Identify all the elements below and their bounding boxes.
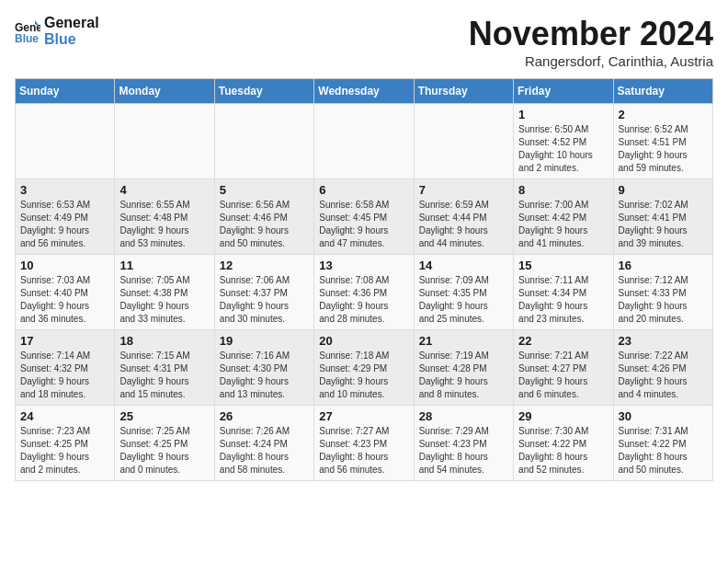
logo-line2: Blue	[44, 31, 99, 48]
day-number: 26	[220, 409, 309, 423]
day-info: Sunrise: 7:22 AM Sunset: 4:26 PM Dayligh…	[619, 350, 708, 401]
calendar-cell: 8Sunrise: 7:00 AM Sunset: 4:42 PM Daylig…	[514, 179, 613, 255]
calendar-cell: 9Sunrise: 7:02 AM Sunset: 4:41 PM Daylig…	[613, 179, 712, 255]
calendar-cell: 11Sunrise: 7:05 AM Sunset: 4:38 PM Dayli…	[115, 255, 214, 330]
day-number: 28	[419, 409, 508, 423]
day-number: 15	[518, 259, 608, 272]
day-info: Sunrise: 7:14 AM Sunset: 4:32 PM Dayligh…	[20, 350, 109, 401]
day-info: Sunrise: 7:00 AM Sunset: 4:42 PM Dayligh…	[518, 199, 608, 250]
day-info: Sunrise: 7:25 AM Sunset: 4:25 PM Dayligh…	[119, 425, 209, 477]
day-info: Sunrise: 6:56 AM Sunset: 4:46 PM Dayligh…	[220, 199, 309, 250]
day-info: Sunrise: 7:26 AM Sunset: 4:24 PM Dayligh…	[220, 425, 309, 477]
day-info: Sunrise: 7:30 AM Sunset: 4:22 PM Dayligh…	[518, 425, 608, 477]
calendar-cell: 26Sunrise: 7:26 AM Sunset: 4:24 PM Dayli…	[214, 406, 313, 481]
calendar-cell: 27Sunrise: 7:27 AM Sunset: 4:23 PM Dayli…	[314, 406, 414, 481]
calendar-table: SundayMondayTuesdayWednesdayThursdayFrid…	[15, 78, 713, 481]
col-header-friday: Friday	[514, 79, 613, 104]
calendar-cell: 5Sunrise: 6:56 AM Sunset: 4:46 PM Daylig…	[214, 179, 313, 255]
calendar-cell	[414, 104, 513, 179]
day-number: 23	[619, 334, 708, 348]
calendar-cell: 15Sunrise: 7:11 AM Sunset: 4:34 PM Dayli…	[514, 255, 613, 330]
day-number: 9	[619, 183, 708, 197]
day-info: Sunrise: 7:12 AM Sunset: 4:33 PM Dayligh…	[619, 274, 708, 326]
day-info: Sunrise: 7:11 AM Sunset: 4:34 PM Dayligh…	[518, 274, 608, 326]
day-info: Sunrise: 6:55 AM Sunset: 4:48 PM Dayligh…	[119, 199, 209, 250]
col-header-monday: Monday	[115, 79, 214, 104]
location-subtitle: Rangersdorf, Carinthia, Austria	[469, 53, 713, 69]
day-number: 4	[119, 183, 209, 197]
calendar-cell	[214, 104, 313, 179]
day-number: 12	[220, 259, 309, 272]
day-number: 17	[20, 334, 109, 348]
day-number: 29	[518, 409, 608, 423]
col-header-sunday: Sunday	[16, 79, 115, 104]
calendar-cell: 17Sunrise: 7:14 AM Sunset: 4:32 PM Dayli…	[16, 330, 115, 406]
day-number: 11	[119, 259, 209, 272]
calendar-cell: 18Sunrise: 7:15 AM Sunset: 4:31 PM Dayli…	[115, 330, 214, 406]
logo-icon: General Blue	[15, 18, 40, 44]
calendar-cell: 14Sunrise: 7:09 AM Sunset: 4:35 PM Dayli…	[414, 255, 513, 330]
calendar-cell	[314, 104, 414, 179]
day-info: Sunrise: 7:05 AM Sunset: 4:38 PM Dayligh…	[119, 274, 209, 326]
day-number: 10	[20, 259, 109, 272]
week-row-5: 24Sunrise: 7:23 AM Sunset: 4:25 PM Dayli…	[16, 406, 713, 481]
calendar-cell: 21Sunrise: 7:19 AM Sunset: 4:28 PM Dayli…	[414, 330, 513, 406]
day-number: 20	[319, 334, 408, 348]
day-info: Sunrise: 6:58 AM Sunset: 4:45 PM Dayligh…	[319, 199, 408, 250]
calendar-cell: 16Sunrise: 7:12 AM Sunset: 4:33 PM Dayli…	[613, 255, 712, 330]
day-info: Sunrise: 6:52 AM Sunset: 4:51 PM Dayligh…	[619, 123, 708, 175]
calendar-cell: 23Sunrise: 7:22 AM Sunset: 4:26 PM Dayli…	[613, 330, 712, 406]
calendar-cell	[115, 104, 214, 179]
day-info: Sunrise: 7:19 AM Sunset: 4:28 PM Dayligh…	[419, 350, 508, 401]
col-header-thursday: Thursday	[414, 79, 513, 104]
day-info: Sunrise: 7:16 AM Sunset: 4:30 PM Dayligh…	[220, 350, 309, 401]
calendar-cell: 12Sunrise: 7:06 AM Sunset: 4:37 PM Dayli…	[214, 255, 313, 330]
day-number: 22	[518, 334, 608, 348]
calendar-cell: 19Sunrise: 7:16 AM Sunset: 4:30 PM Dayli…	[214, 330, 313, 406]
calendar-cell: 30Sunrise: 7:31 AM Sunset: 4:22 PM Dayli…	[613, 406, 712, 481]
day-number: 7	[419, 183, 508, 197]
day-number: 14	[419, 259, 508, 272]
day-number: 1	[518, 108, 608, 121]
day-number: 8	[518, 183, 608, 197]
header: General Blue General Blue November 2024 …	[15, 15, 713, 69]
calendar-cell: 3Sunrise: 6:53 AM Sunset: 4:49 PM Daylig…	[16, 179, 115, 255]
calendar-cell: 7Sunrise: 6:59 AM Sunset: 4:44 PM Daylig…	[414, 179, 513, 255]
calendar-cell: 29Sunrise: 7:30 AM Sunset: 4:22 PM Dayli…	[514, 406, 613, 481]
week-row-4: 17Sunrise: 7:14 AM Sunset: 4:32 PM Dayli…	[16, 330, 713, 406]
day-number: 27	[319, 409, 408, 423]
day-info: Sunrise: 7:15 AM Sunset: 4:31 PM Dayligh…	[119, 350, 209, 401]
svg-text:Blue: Blue	[15, 32, 39, 44]
calendar-cell: 25Sunrise: 7:25 AM Sunset: 4:25 PM Dayli…	[115, 406, 214, 481]
day-info: Sunrise: 7:21 AM Sunset: 4:27 PM Dayligh…	[518, 350, 608, 401]
day-number: 13	[319, 259, 408, 272]
day-info: Sunrise: 7:08 AM Sunset: 4:36 PM Dayligh…	[319, 274, 408, 326]
day-info: Sunrise: 6:59 AM Sunset: 4:44 PM Dayligh…	[419, 199, 508, 250]
week-row-1: 1Sunrise: 6:50 AM Sunset: 4:52 PM Daylig…	[16, 104, 713, 179]
day-number: 19	[220, 334, 309, 348]
day-info: Sunrise: 6:53 AM Sunset: 4:49 PM Dayligh…	[20, 199, 109, 250]
day-info: Sunrise: 7:02 AM Sunset: 4:41 PM Dayligh…	[619, 199, 708, 250]
day-info: Sunrise: 7:31 AM Sunset: 4:22 PM Dayligh…	[619, 425, 708, 477]
day-info: Sunrise: 7:18 AM Sunset: 4:29 PM Dayligh…	[319, 350, 408, 401]
day-info: Sunrise: 7:29 AM Sunset: 4:23 PM Dayligh…	[419, 425, 508, 477]
calendar-cell: 28Sunrise: 7:29 AM Sunset: 4:23 PM Dayli…	[414, 406, 513, 481]
week-row-2: 3Sunrise: 6:53 AM Sunset: 4:49 PM Daylig…	[16, 179, 713, 255]
calendar-cell: 2Sunrise: 6:52 AM Sunset: 4:51 PM Daylig…	[613, 104, 712, 179]
calendar-cell	[16, 104, 115, 179]
day-info: Sunrise: 7:23 AM Sunset: 4:25 PM Dayligh…	[20, 425, 109, 477]
day-info: Sunrise: 7:06 AM Sunset: 4:37 PM Dayligh…	[220, 274, 309, 326]
calendar-cell: 6Sunrise: 6:58 AM Sunset: 4:45 PM Daylig…	[314, 179, 414, 255]
day-number: 3	[20, 183, 109, 197]
calendar-cell: 13Sunrise: 7:08 AM Sunset: 4:36 PM Dayli…	[314, 255, 414, 330]
day-number: 25	[119, 409, 209, 423]
calendar-cell: 10Sunrise: 7:03 AM Sunset: 4:40 PM Dayli…	[16, 255, 115, 330]
day-number: 24	[20, 409, 109, 423]
col-header-wednesday: Wednesday	[314, 79, 414, 104]
day-number: 5	[220, 183, 309, 197]
day-number: 30	[619, 409, 708, 423]
col-header-saturday: Saturday	[613, 79, 712, 104]
day-info: Sunrise: 7:03 AM Sunset: 4:40 PM Dayligh…	[20, 274, 109, 326]
title-area: November 2024 Rangersdorf, Carinthia, Au…	[469, 15, 713, 69]
calendar-cell: 1Sunrise: 6:50 AM Sunset: 4:52 PM Daylig…	[514, 104, 613, 179]
